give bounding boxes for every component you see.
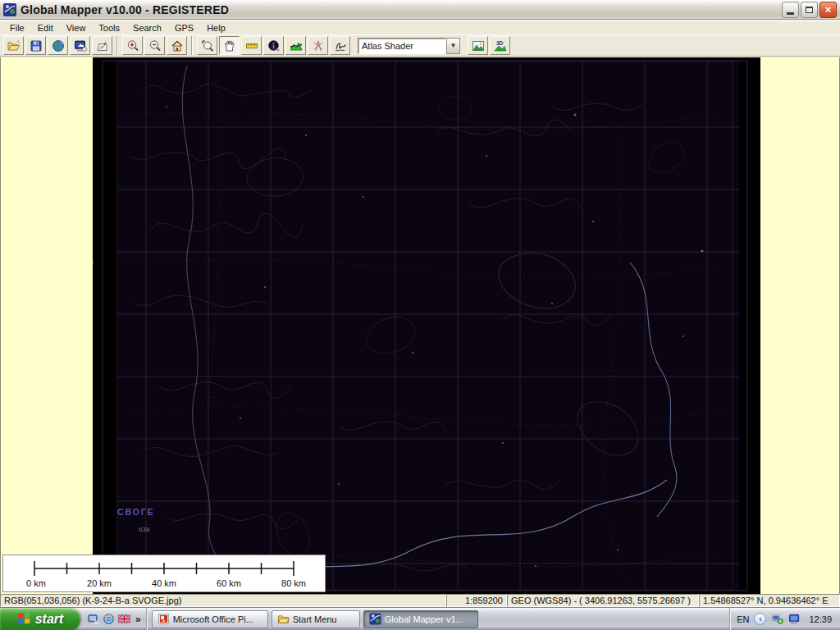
start-button[interactable]: start [0,608,80,630]
map-orange-spot [701,249,703,252]
zoom-rect-icon [201,39,214,52]
shader-dropdown-value[interactable]: Atlas Shader [358,38,446,54]
toolbar-separator [116,36,118,55]
zoom-in-icon [126,39,139,52]
menu-file[interactable]: File [3,21,31,34]
scale-label-20: 20 km [87,578,112,588]
open-file-button[interactable] [3,36,24,55]
status-bar: RGB(051,036,056) (K-9-24-B-a SVOGE.jpg) … [0,594,840,607]
title-bar: Global Mapper v10.00 - REGISTERED × [0,0,840,20]
digitizer-pen-icon [334,39,347,52]
window-title: Global Mapper v10.00 - REGISTERED [21,3,229,16]
show-desktop-icon[interactable] [87,613,99,625]
menu-bar: File Edit View Tools Search GPS Help [0,21,840,34]
status-lat-lon: 1.54868527° N, 0.94636462° E [699,594,840,607]
close-button[interactable]: × [819,2,837,18]
menu-tools[interactable]: Tools [92,21,126,34]
task-buttons: Microsoft Office Pi... Start Menu Global… [147,610,730,628]
scale-bar: 0 km 20 km 40 km 60 km 80 km [2,555,326,592]
restore-button[interactable] [801,2,818,18]
start-button-label: start [35,612,64,627]
digitizer-tool-button[interactable] [330,36,350,55]
quick-launch-more-chevron-icon[interactable]: » [135,614,141,625]
zoom-out-button[interactable] [144,36,165,55]
global-mapper-window: Global Mapper v10.00 - REGISTERED × File… [0,0,840,630]
monitor-view-icon [74,39,87,52]
zoom-in-button[interactable] [122,36,143,55]
quick-launch-bar: » [80,608,147,630]
task-button-label: Microsoft Office Pi... [173,614,253,624]
3d-view-icon: 3D [494,39,507,52]
internet-explorer-icon[interactable] [103,613,115,625]
clock[interactable]: 12:39 [809,614,832,624]
removable-device-icon[interactable] [771,613,783,625]
menu-gps[interactable]: GPS [168,21,200,34]
menu-help[interactable]: Help [200,21,232,34]
feature-info-button[interactable] [263,36,284,55]
overlay-control-button[interactable] [70,36,90,55]
globe-icon [52,39,65,52]
menu-edit[interactable]: Edit [31,21,60,34]
pan-hand-icon [223,39,236,52]
save-icon [30,39,43,52]
scale-label-60: 60 km [217,578,241,588]
digitizer-tablet-icon [96,39,109,52]
3d-view-button[interactable]: 3D [490,36,510,55]
picture-manager-icon [158,613,170,625]
zoom-out-icon [148,39,162,52]
map-view[interactable]: СВОГЕ 638 [93,57,760,594]
raster-options-button[interactable] [468,36,488,55]
status-geo-coords: GEO (WGS84) - ( 3406.91263, 5575.26697 ) [507,594,699,607]
online-data-button[interactable] [48,36,68,55]
status-scale: 1:859200 [446,594,507,607]
open-folder-icon [7,39,21,52]
line-of-sight-button[interactable] [308,36,328,55]
feature-info-icon [267,39,281,52]
task-button-label: Global Mapper v1... [385,614,463,624]
task-button-label: Start Menu [293,614,337,624]
menu-search[interactable]: Search [126,21,168,34]
system-tray: EN ‹ 12:39 [729,608,840,630]
scale-label-80: 80 km [281,578,306,588]
task-button-picture-manager[interactable]: Microsoft Office Pi... [152,610,268,628]
global-mapper-icon [369,613,381,625]
uk-flag-icon[interactable] [118,613,130,625]
minimize-button[interactable] [782,2,799,18]
map-label-town: СВОГЕ [117,507,154,517]
svg-text:3D: 3D [496,40,504,46]
windows-logo-icon [17,612,31,626]
digitizer-config-button[interactable] [92,36,112,55]
map-orange-spot [574,114,577,116]
status-pixel-info: RGB(051,036,056) (K-9-24-B-a SVOGE.jpg) [0,594,446,607]
menu-view[interactable]: View [60,21,93,34]
scale-label-0: 0 km [26,578,46,588]
zoom-rect-tool-button[interactable] [197,36,217,55]
workspace-background: СВОГЕ 638 0 km 20 km 40 km 60 k [0,57,840,594]
map-label-elevation: 638 [139,526,150,533]
language-indicator[interactable]: EN [737,614,749,624]
path-profile-icon [290,39,303,52]
shader-dropdown-arrow-icon[interactable]: ▼ [446,38,460,54]
save-button[interactable] [25,36,46,55]
shader-dropdown[interactable]: Atlas Shader ▼ [358,38,460,54]
home-full-view-icon [171,39,184,52]
measure-tool-button[interactable] [241,36,262,55]
global-mapper-app-icon [3,3,16,16]
topo-map-image: СВОГЕ 638 [93,57,760,594]
taskbar: start » [0,607,840,630]
path-profile-button[interactable] [285,36,306,55]
folder-icon [277,613,290,625]
task-button-start-menu[interactable]: Start Menu [272,610,360,628]
raster-image-icon [472,39,485,52]
scale-label-40: 40 km [152,578,176,588]
pan-tool-button[interactable] [219,36,240,55]
task-button-global-mapper[interactable]: Global Mapper v1... [363,610,478,628]
display-settings-icon[interactable] [788,613,801,625]
toolbar-separator [191,36,193,55]
measure-ruler-icon [245,39,258,52]
full-view-button[interactable] [167,36,187,55]
toolbar: Atlas Shader ▼ 3D [0,34,840,57]
line-of-sight-icon [312,39,325,52]
hide-icons-chevron-icon[interactable]: ‹ [754,613,766,625]
